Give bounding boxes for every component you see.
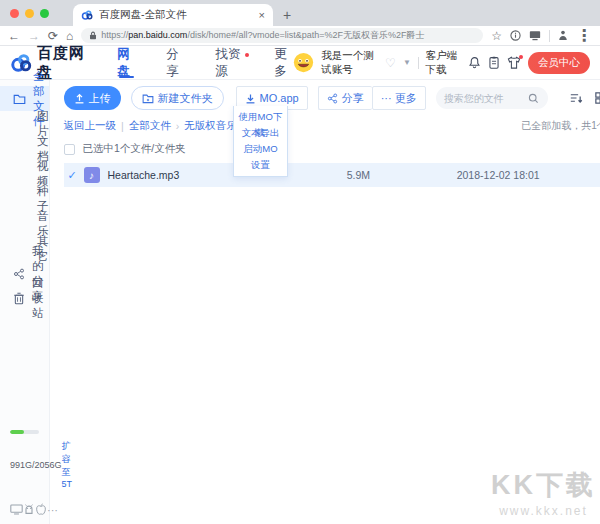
breadcrumb-root[interactable]: 全部文件 <box>129 119 171 133</box>
divider <box>418 57 419 69</box>
nav-tab-more[interactable]: 更多 <box>274 46 293 80</box>
share-more-group: 分享 ··· 更多 <box>318 86 426 110</box>
minimize-window-button[interactable] <box>25 9 34 18</box>
menu-item-text-export[interactable]: 文本导出 <box>234 125 287 141</box>
reload-icon[interactable]: ⟳ <box>48 30 58 42</box>
row-checkbox-checked[interactable]: ✓ <box>68 169 82 182</box>
selection-bar: 已选中1个文件/文件夹 <box>64 141 600 157</box>
vip-center-button[interactable]: 会员中心 <box>528 52 590 74</box>
breadcrumb-arrow: › <box>176 120 180 132</box>
notification-dot <box>519 55 523 59</box>
screen: 百度网盘-全部文件 × + ← → ⟳ ⌂ https://pan.baidu.… <box>0 0 600 524</box>
sidebar: 全部文件 图片 文档 视频 种子 音乐 其它 我的分享 回收站 <box>0 80 50 524</box>
nav-tab-resources[interactable]: 找资源 <box>215 46 244 80</box>
trash-icon <box>13 292 25 305</box>
extension-icon[interactable] <box>558 30 568 41</box>
upload-label: 上传 <box>89 91 111 106</box>
file-name[interactable]: Heartache.mp3 <box>108 169 347 181</box>
file-size: 5.9M <box>347 169 457 181</box>
user-avatar[interactable] <box>293 52 314 73</box>
file-modified: 2018-12-02 18:01 <box>457 169 600 181</box>
platform-links: ··· <box>10 503 39 516</box>
share-icon <box>327 93 338 104</box>
bell-icon[interactable] <box>468 56 481 69</box>
sidebar-item-music[interactable]: 音乐 <box>0 211 49 236</box>
zoom-window-button[interactable] <box>40 9 49 18</box>
view-controls <box>570 92 600 104</box>
address-bar[interactable]: https://pan.baidu.com/disk/home#/all?vmo… <box>81 28 483 43</box>
selection-count: 已选中1个文件/文件夹 <box>83 142 186 156</box>
search-icon[interactable] <box>528 93 539 104</box>
sidebar-item-all-files[interactable]: 全部文件 <box>0 86 49 111</box>
browser-tab-bar: 百度网盘-全部文件 × + <box>0 0 600 26</box>
chevron-down-icon[interactable]: ▼ <box>403 58 411 67</box>
main-area: 全部文件 图片 文档 视频 种子 音乐 其它 我的分享 回收站 <box>0 80 600 524</box>
download-icon <box>245 93 256 104</box>
storage-footer: 991G/2056G 扩容至5T ··· <box>10 430 39 516</box>
username[interactable]: 我是一个测试账号 <box>321 49 378 77</box>
content-area: 上传 新建文件夹 MO.app <box>50 80 600 524</box>
more-button[interactable]: ··· 更多 <box>372 86 426 110</box>
pc-client-icon[interactable] <box>10 504 23 515</box>
menu-item-mo-download[interactable]: 使用MO下载 <box>234 109 287 125</box>
breadcrumb: 返回上一级 | 全部文件 › 无版权音乐 › 爵士 已全部加载，共1个 <box>64 119 600 133</box>
storage-progress-bar <box>10 430 39 434</box>
share-label: 分享 <box>342 91 364 106</box>
apple-icon[interactable] <box>35 503 47 516</box>
info-icon[interactable] <box>510 30 521 41</box>
search-input[interactable] <box>444 93 524 104</box>
search-box[interactable] <box>436 87 548 109</box>
clipboard-icon[interactable] <box>488 56 500 69</box>
chrome-actions: ☆ ⋮ <box>491 26 592 45</box>
file-row[interactable]: ✓ ♪ Heartache.mp3 5.9M 2018-12-02 18:01 <box>64 163 600 187</box>
mo-app-dropdown-menu: 使用MO下载 文本导出 启动MO 设置 <box>233 106 288 177</box>
sidebar-item-docs[interactable]: 文档 <box>0 136 49 161</box>
back-icon[interactable]: ← <box>8 30 20 42</box>
mo-app-label: MO.app <box>260 92 299 104</box>
tab-favicon-icon <box>81 9 93 21</box>
sidebar-item-torrents[interactable]: 种子 <box>0 186 49 211</box>
nav-tab-share[interactable]: 分享 <box>166 46 185 80</box>
share-button[interactable]: 分享 <box>318 86 372 110</box>
folder-plus-icon <box>142 93 154 104</box>
menu-item-launch-mo[interactable]: 启动MO <box>234 141 287 157</box>
grid-view-icon[interactable] <box>595 92 600 104</box>
bookmark-star-icon[interactable]: ☆ <box>491 29 502 43</box>
sidebar-item-images[interactable]: 图片 <box>0 111 49 136</box>
toolbar: 上传 新建文件夹 MO.app <box>64 86 600 110</box>
new-tab-button[interactable]: + <box>283 7 291 26</box>
vip-heart-icon: ♡ <box>385 56 396 70</box>
sidebar-label: 回收站 <box>32 276 49 321</box>
more-label: ··· 更多 <box>381 91 417 106</box>
menu-kebab-icon[interactable]: ⋮ <box>576 26 592 45</box>
sort-icon[interactable] <box>570 92 583 104</box>
monitor-icon[interactable] <box>529 30 541 41</box>
music-file-icon: ♪ <box>84 167 100 183</box>
tab-close-icon[interactable]: × <box>259 9 265 21</box>
upload-button[interactable]: 上传 <box>64 86 121 110</box>
back-up-link[interactable]: 返回上一级 <box>64 119 117 133</box>
header-right: 我是一个测试账号 ♡ ▼ 客户端下载 会员中心 <box>293 49 590 77</box>
home-icon[interactable]: ⌂ <box>66 30 73 42</box>
window-controls <box>10 0 49 26</box>
sidebar-item-videos[interactable]: 视频 <box>0 161 49 186</box>
close-window-button[interactable] <box>10 9 19 18</box>
loaded-status: 已全部加载，共1个 <box>521 119 600 133</box>
divider <box>549 30 550 42</box>
select-all-checkbox[interactable] <box>64 144 75 155</box>
app-header: 百度网盘 网盘 分享 找资源 更多 我是一个测试账号 ♡ ▼ 客户端下载 <box>0 46 600 80</box>
nav-tab-disk[interactable]: 网盘 <box>117 46 136 80</box>
storage-progress-fill <box>10 430 24 434</box>
lock-icon <box>89 31 97 40</box>
breadcrumb-folder[interactable]: 无版权音乐 <box>184 119 237 133</box>
sidebar-item-recycle-bin[interactable]: 回收站 <box>0 286 49 311</box>
upload-icon <box>74 93 85 104</box>
menu-item-settings[interactable]: 设置 <box>234 157 287 173</box>
brand-logo[interactable]: 百度网盘 <box>10 44 89 82</box>
forward-icon[interactable]: → <box>28 30 40 42</box>
client-download-link[interactable]: 客户端下载 <box>425 49 461 77</box>
browser-tab[interactable]: 百度网盘-全部文件 × <box>73 4 273 26</box>
new-folder-button[interactable]: 新建文件夹 <box>131 86 224 110</box>
android-icon[interactable] <box>23 504 35 516</box>
theme-shirt-icon[interactable] <box>507 56 521 69</box>
